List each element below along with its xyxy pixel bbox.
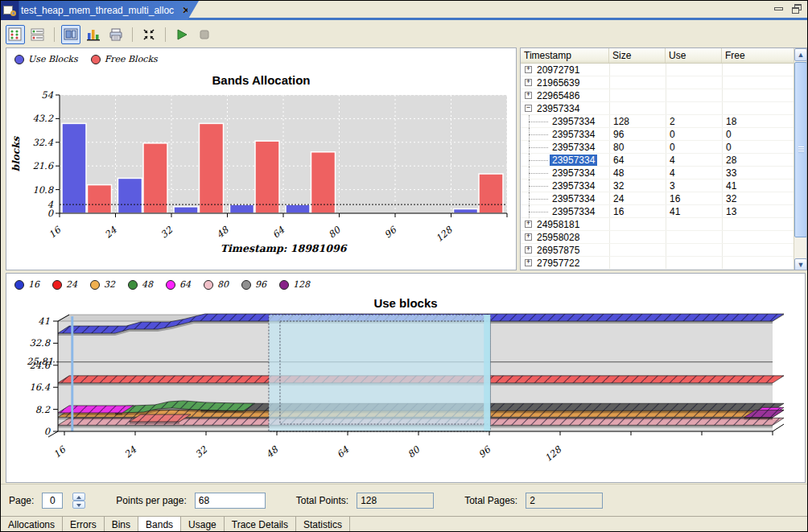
timestamp-cell[interactable]: 23957334	[537, 103, 579, 114]
table-row[interactable]: 2395733448433	[521, 167, 794, 179]
table-row[interactable]: +27957722	[521, 257, 794, 270]
scroll-up-icon[interactable]: ▲	[794, 48, 807, 61]
table-row[interactable]: 239573348000	[521, 141, 794, 154]
run-button[interactable]	[172, 25, 192, 44]
size-cell[interactable]: 64	[609, 155, 666, 166]
bands-allocation-chart[interactable]: 010.821.632.443.254416243248648096128blo…	[6, 90, 515, 269]
size-cell[interactable]: 96	[609, 129, 666, 140]
table-row[interactable]: 2395733432341	[521, 179, 794, 192]
timestamp-cell[interactable]: 27957722	[537, 258, 579, 269]
timestamp-cell-selected[interactable]: 23957334	[550, 155, 597, 166]
stop-button[interactable]	[195, 25, 214, 44]
expand-icon[interactable]: +	[525, 92, 532, 99]
page-input[interactable]	[42, 493, 63, 509]
expand-icon[interactable]: +	[525, 259, 532, 266]
print-button[interactable]	[106, 25, 126, 44]
free-cell[interactable]: 18	[722, 116, 794, 127]
table-row[interactable]: 239573349600	[521, 128, 794, 141]
free-cell[interactable]: 0	[722, 142, 794, 153]
fit-window-button[interactable]	[139, 25, 159, 44]
table-row[interactable]: 23957334128218	[521, 115, 794, 128]
size-cell[interactable]: 16	[609, 206, 666, 217]
use-cell[interactable]: 0	[666, 129, 722, 140]
expand-icon[interactable]: +	[525, 66, 532, 73]
timestamp-cell[interactable]: 23957334	[550, 116, 597, 127]
free-cell[interactable]: 41	[722, 180, 794, 192]
size-cell[interactable]: 128	[609, 116, 666, 127]
use-bar[interactable]	[118, 178, 142, 213]
expand-icon[interactable]: +	[525, 233, 532, 241]
expand-icon[interactable]: +	[525, 246, 532, 254]
spinner-up-icon[interactable]	[72, 493, 85, 501]
use-cell[interactable]: 16	[666, 193, 722, 204]
timestamp-cell[interactable]: 26957875	[537, 245, 579, 256]
column-header-use[interactable]: Use	[666, 48, 722, 63]
table-row[interactable]: 23957334164113	[521, 205, 794, 218]
size-cell[interactable]: 48	[609, 167, 666, 179]
timestamp-cell[interactable]: 23957334	[550, 129, 597, 140]
use-cell[interactable]: 3	[666, 180, 722, 192]
use-bar[interactable]	[174, 207, 198, 213]
free-bar[interactable]	[88, 185, 112, 213]
free-cell[interactable]: 28	[722, 155, 794, 166]
use-cell[interactable]: 4	[666, 167, 722, 179]
scrollbar-thumb[interactable]	[794, 62, 807, 237]
table-row[interactable]: 2395733464428	[521, 154, 794, 167]
timestamp-cell[interactable]: 25958028	[537, 232, 579, 243]
grid-view-button[interactable]	[6, 25, 25, 44]
use-bar[interactable]	[230, 204, 254, 213]
collapse-icon[interactable]: −	[525, 105, 532, 112]
table-row[interactable]: +26957875	[521, 244, 794, 257]
free-bar[interactable]	[311, 152, 336, 213]
timestamp-cell[interactable]: 23957334	[550, 167, 597, 179]
table-row[interactable]: +25958028	[521, 231, 794, 244]
tab-bands[interactable]: Bands	[138, 517, 181, 532]
table-row[interactable]: −23957334	[521, 102, 794, 115]
tab-allocations[interactable]: Allocations	[1, 517, 63, 532]
table-row[interactable]: +20972791	[521, 64, 794, 76]
free-cell[interactable]: 0	[722, 129, 794, 140]
size-cell[interactable]: 80	[609, 142, 666, 153]
timestamp-cell[interactable]: 21965639	[537, 77, 579, 89]
use-bar[interactable]	[62, 123, 86, 213]
use-bar[interactable]	[454, 209, 478, 213]
table-row[interactable]: +22965486	[521, 89, 794, 102]
use-blocks-chart[interactable]: 08.216.424.632.84125.8116243248648096128	[6, 312, 805, 483]
timestamp-cell[interactable]: 23957334	[550, 206, 597, 217]
list-view-button[interactable]	[28, 25, 47, 44]
use-cell[interactable]: 2	[666, 116, 722, 127]
table-row[interactable]: +24958181	[521, 218, 794, 231]
free-cell[interactable]: 32	[722, 193, 794, 204]
points-per-page-input[interactable]	[195, 493, 266, 509]
tab-bins[interactable]: Bins	[105, 517, 138, 532]
tab-trace-details[interactable]: Trace Details	[225, 517, 296, 532]
timestamp-cell[interactable]: 24958181	[537, 219, 579, 230]
column-header-timestamp[interactable]: Timestamp	[521, 48, 609, 63]
use-bar[interactable]	[286, 204, 310, 213]
timestamp-cell[interactable]: 23957334	[550, 180, 597, 192]
free-bar[interactable]	[143, 143, 167, 213]
free-bar[interactable]	[255, 141, 279, 213]
free-bar[interactable]	[200, 123, 224, 213]
free-bar[interactable]	[479, 174, 503, 213]
column-header-free[interactable]: Free	[722, 48, 794, 63]
tab-usage[interactable]: Usage	[181, 517, 225, 532]
expand-icon[interactable]: +	[525, 79, 532, 86]
minimize-button[interactable]	[773, 4, 785, 14]
scroll-down-icon[interactable]: ▼	[794, 258, 807, 270]
spinner-down-icon[interactable]	[72, 501, 85, 509]
column-header-size[interactable]: Size	[609, 48, 666, 63]
expand-icon[interactable]: +	[525, 221, 532, 228]
free-cell[interactable]: 13	[722, 206, 794, 217]
size-cell[interactable]: 24	[609, 193, 666, 204]
timestamp-cell[interactable]: 23957334	[550, 193, 597, 204]
table-row[interactable]: +21965639	[521, 76, 794, 89]
maximize-button[interactable]	[791, 4, 802, 14]
page-spinner[interactable]	[72, 493, 85, 509]
table-scrollbar[interactable]: ▲ ▼	[794, 48, 806, 270]
timestamp-cell[interactable]: 20972791	[537, 64, 579, 76]
timestamp-cell[interactable]: 23957334	[550, 142, 597, 153]
tab-statistics[interactable]: Statistics	[296, 517, 350, 532]
use-cell[interactable]: 0	[666, 142, 722, 153]
free-cell[interactable]: 33	[722, 167, 794, 179]
